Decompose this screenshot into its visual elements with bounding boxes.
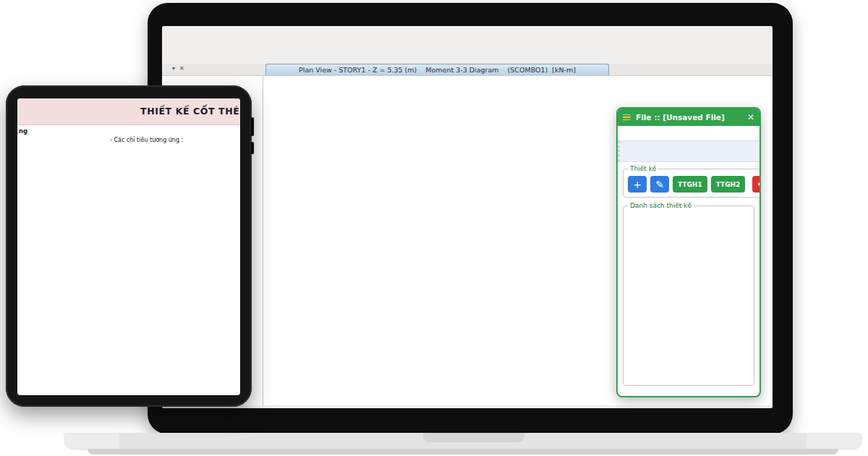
plugin-body: Thiết kế + ✎ TTGH1 TTGH2 ×	[618, 162, 760, 396]
edit-pencil-button[interactable]: ✎	[650, 176, 669, 193]
tab-strip: ▾ ✕ Plan View - STORY1 - Z = 5.35 (m) Mo…	[162, 64, 773, 76]
plugin-title: File :: [Unsaved File]	[636, 113, 742, 122]
panel-close-icon[interactable]: ✕	[179, 65, 184, 72]
design-group-label: Thiết kế	[628, 165, 658, 172]
plugin-window: File :: [Unsaved File] ✕ Thiết kế + ✎ TT…	[616, 107, 761, 397]
laptop-base-notch	[423, 433, 524, 442]
plan-view-canvas[interactable]	[253, 151, 564, 408]
laptop-screen: ▾ ✕ Plan View - STORY1 - Z = 5.35 (m) Mo…	[162, 26, 773, 408]
view-tab[interactable]: Plan View - STORY1 - Z = 5.35 (m) Moment…	[265, 64, 609, 75]
delete-icon: ×	[758, 180, 761, 188]
toolbar	[162, 49, 773, 64]
tablet-volume-button	[251, 117, 254, 136]
plugin-title-bar[interactable]: File :: [Unsaved File] ✕	[618, 109, 760, 126]
hamburger-icon[interactable]	[623, 114, 631, 121]
tablet-mockup: THIẾT KẾ CỐT THÉP ng - Các chỉ tiêu tươn…	[6, 85, 252, 407]
page: ▾ ✕ Plan View - STORY1 - Z = 5.35 (m) Mo…	[0, 0, 868, 456]
add-button[interactable]: +	[628, 176, 647, 193]
design-list	[628, 213, 749, 217]
plugin-menu-bar	[618, 126, 760, 140]
tablet-screen: THIẾT KẾ CỐT THÉP ng - Các chỉ tiêu tươn…	[17, 98, 240, 395]
etabs-window: ▾ ✕ Plan View - STORY1 - Z = 5.35 (m) Mo…	[162, 26, 773, 408]
ttgh1-button[interactable]: TTGH1	[673, 176, 707, 193]
materials-heading-fragment: ng	[19, 127, 27, 135]
panel-header-controls: ▾ ✕	[172, 65, 184, 72]
sheet-header-band: THIẾT KẾ CỐT THÉP	[17, 98, 240, 125]
laptop-base	[64, 433, 862, 450]
tablet-power-button	[251, 142, 254, 154]
ttgh2-button[interactable]: TTGH2	[711, 176, 746, 193]
plugin-options	[623, 390, 754, 392]
panel-collapse-icon[interactable]: ▾	[172, 65, 175, 72]
design-list-label: Danh sách thiết kế	[628, 202, 694, 209]
design-list-groupbox: Danh sách thiết kế	[623, 202, 754, 386]
sheet-title: THIẾT KẾ CỐT THÉP	[140, 106, 240, 117]
criteria-caption: - Các chỉ tiêu tương ứng :	[110, 137, 183, 143]
moment-diagram	[253, 151, 564, 408]
close-icon[interactable]: ✕	[747, 112, 754, 122]
delete-button[interactable]: ×	[752, 176, 761, 193]
design-groupbox: Thiết kế + ✎ TTGH1 TTGH2 ×	[623, 165, 761, 198]
plugin-toolbar	[618, 140, 760, 162]
